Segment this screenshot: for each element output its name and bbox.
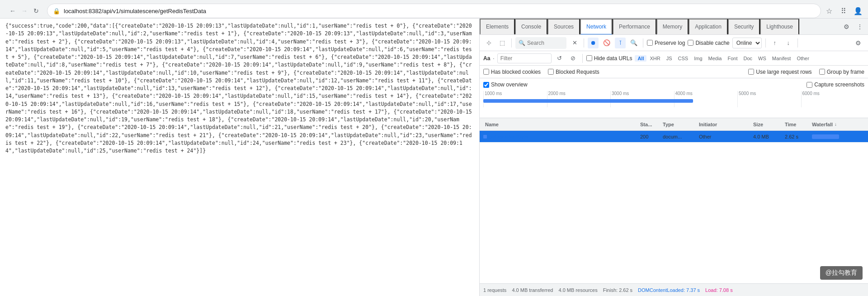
capture-screenshots-label[interactable]: Capture screenshots <box>807 81 864 88</box>
has-blocked-cookies-checkbox[interactable] <box>483 69 489 75</box>
col-header-type: Type <box>661 122 697 127</box>
divider-3 <box>643 38 643 48</box>
devtools-tabs: Elements Console Sources Network Perform… <box>480 19 868 35</box>
cb-right: Use large request rows Group by frame <box>748 69 864 75</box>
devtools-status-bar: 1 requests 4.0 MB transferred 4.0 MB res… <box>480 283 868 296</box>
tab-sources[interactable]: Sources <box>547 19 580 35</box>
export-button[interactable]: ↓ <box>783 38 794 48</box>
inspect-box-icon[interactable]: ⬚ <box>497 38 508 48</box>
timeline-progress-bar <box>483 99 693 103</box>
clear-icon[interactable]: ✕ <box>569 38 580 48</box>
row-time: 2.62 s <box>783 134 810 139</box>
col-header-initiator: Initiator <box>697 122 751 127</box>
row-type: docum... <box>661 134 697 139</box>
tab-security[interactable]: Security <box>728 19 760 35</box>
profile-button[interactable]: 👤 <box>852 5 864 17</box>
disable-cache-label[interactable]: Disable cache <box>688 40 729 46</box>
group-by-frame-label[interactable]: Group by frame <box>819 69 864 75</box>
import-button[interactable]: ↑ <box>769 38 780 48</box>
tab-memory[interactable]: Memory <box>656 19 689 35</box>
filter-other[interactable]: Other <box>794 55 812 62</box>
divider-filter <box>582 54 583 63</box>
filter-input[interactable] <box>497 53 552 63</box>
devtools-tab-icons: ⚙ ⋮ <box>840 20 868 33</box>
disable-cache-checkbox[interactable] <box>688 40 693 46</box>
tab-performance[interactable]: Performance <box>613 19 656 35</box>
filter-img[interactable]: Img <box>691 55 705 62</box>
filter-types: All XHR JS CSS Img Media Font Doc WS Man… <box>635 55 811 62</box>
status-finish: Finish: 2.62 s <box>603 287 632 293</box>
overview-checkboxes-row: Show overview Capture screenshots <box>480 78 868 91</box>
back-button[interactable]: ← <box>7 5 18 16</box>
filter-xhr[interactable]: XHR <box>647 55 663 62</box>
extensions-button[interactable]: ⠿ <box>837 5 850 17</box>
bookmark-button[interactable]: ☆ <box>823 5 835 17</box>
network-settings-button[interactable]: ⚙ <box>852 37 864 49</box>
tab-console[interactable]: Console <box>515 19 547 35</box>
block-filter-button[interactable]: ⊘ <box>568 53 579 64</box>
main-area: {"success":true,"code":200,"data":[{"cre… <box>0 19 868 296</box>
status-load: Load: 7.08 s <box>705 287 733 293</box>
has-blocked-cookies-label[interactable]: Has blocked cookies <box>483 69 541 75</box>
status-resources: 4.0 MB resources <box>558 287 597 293</box>
use-large-rows-label[interactable]: Use large request rows <box>748 69 811 75</box>
search-network-button[interactable]: 🔍 <box>628 38 639 48</box>
group-by-frame-checkbox[interactable] <box>819 69 825 75</box>
tick-5000: 5000 ms <box>737 91 801 107</box>
preserve-log-label[interactable]: Preserve log <box>647 40 685 46</box>
record-button[interactable]: ⏺ <box>588 38 599 48</box>
tab-lighthouse[interactable]: Lighthouse <box>760 19 799 35</box>
search-input[interactable] <box>527 40 563 46</box>
timeline-overview: 1000 ms 2000 ms 3000 ms 4000 ms 5000 ms … <box>480 91 868 118</box>
search-box[interactable]: 🔍 <box>515 37 566 49</box>
forward-button[interactable]: → <box>19 5 30 16</box>
clear-network-button[interactable]: 🚫 <box>601 38 612 48</box>
hide-data-urls-label[interactable]: Hide data URLs <box>586 55 632 62</box>
address-bar[interactable]: 🔒 localhost:8382/api/v1/simulatescene/ge… <box>47 4 821 18</box>
blocked-requests-label[interactable]: Blocked Requests <box>548 69 599 75</box>
reload-filter-button[interactable]: ↺ <box>554 53 565 64</box>
aa-label: Aa <box>483 55 490 62</box>
page-content: {"success":true,"code":200,"data":[{"cre… <box>0 19 479 296</box>
blocked-requests-checkbox[interactable] <box>548 69 554 75</box>
show-overview-checkbox[interactable] <box>483 82 489 88</box>
settings-button[interactable]: ⚙ <box>840 20 853 33</box>
tick-6000: 6000 ms <box>801 91 865 107</box>
tab-elements[interactable]: Elements <box>480 19 515 35</box>
filter-js[interactable]: JS <box>664 55 675 62</box>
network-toolbar: ⊹ ⬚ 🔍 ✕ ⏺ 🚫 ⊺ 🔍 Preserve log Disable cac… <box>480 35 868 51</box>
row-name-text: getRedisTestData <box>489 134 528 139</box>
hide-data-urls-checkbox[interactable] <box>586 55 592 61</box>
lock-icon: 🔒 <box>53 8 60 14</box>
throttle-select[interactable]: Online <box>732 38 762 48</box>
inspect-cursor-icon[interactable]: ⊹ <box>483 38 494 48</box>
divider-4 <box>765 38 766 48</box>
filter-doc[interactable]: Doc <box>741 55 755 62</box>
tab-application[interactable]: Application <box>689 19 728 35</box>
row-color-indicator <box>483 135 487 138</box>
reload-button[interactable]: ↻ <box>31 5 42 16</box>
table-row[interactable]: getRedisTestData 200 docum... Other 4.0 … <box>480 131 868 143</box>
divider-1 <box>511 38 512 48</box>
cb-right-2: Capture screenshots <box>807 81 864 88</box>
filter-media[interactable]: Media <box>706 55 725 62</box>
capture-screenshots-checkbox[interactable] <box>807 82 812 88</box>
filter-button[interactable]: ⊺ <box>615 38 626 48</box>
filter-manifest[interactable]: Manifest <box>769 55 794 62</box>
dot-label: · <box>493 55 494 62</box>
filter-all[interactable]: All <box>635 55 646 62</box>
col-header-status: Sta... <box>638 122 661 127</box>
row-size: 4.0 MB <box>751 134 783 139</box>
tab-network[interactable]: Network <box>580 19 613 35</box>
filter-bar: Aa · ↺ ⊘ Hide data URLs All XHR JS CSS I… <box>480 51 868 66</box>
col-header-waterfall: Waterfall ↓ <box>810 122 864 127</box>
filter-font[interactable]: Font <box>725 55 740 62</box>
show-overview-label[interactable]: Show overview <box>483 81 528 88</box>
row-name-cell: getRedisTestData <box>483 134 638 139</box>
filter-ws[interactable]: WS <box>755 55 769 62</box>
row-initiator: Other <box>697 134 751 139</box>
filter-css[interactable]: CSS <box>675 55 691 62</box>
preserve-log-checkbox[interactable] <box>647 40 653 46</box>
use-large-rows-checkbox[interactable] <box>748 69 754 75</box>
more-options-button[interactable]: ⋮ <box>854 20 866 33</box>
